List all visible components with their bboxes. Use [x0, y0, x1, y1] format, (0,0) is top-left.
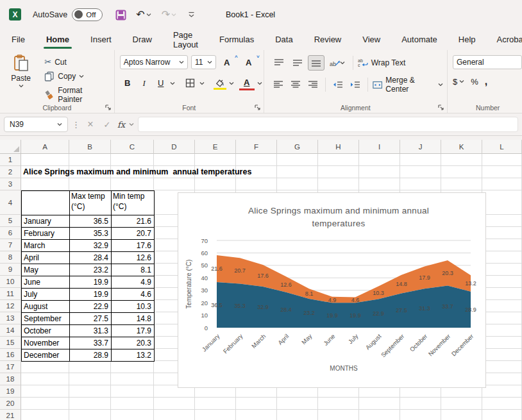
currency-format-button[interactable]: $ — [453, 77, 464, 87]
formula-input[interactable] — [138, 117, 518, 132]
min-temp-cell[interactable]: 8.1 — [112, 264, 155, 276]
row-header-7[interactable]: 7 — [0, 239, 21, 251]
max-temp-cell[interactable]: 35.3 — [70, 228, 112, 240]
save-icon[interactable] — [115, 10, 126, 20]
month-cell[interactable]: March — [22, 240, 70, 252]
alignment-dialog-launcher[interactable] — [437, 104, 444, 111]
max-temp-cell[interactable]: 23.2 — [70, 264, 112, 276]
chevron-down-icon[interactable] — [129, 122, 134, 126]
align-bottom-button[interactable] — [308, 55, 324, 71]
row-header-1[interactable]: 1 — [0, 154, 21, 166]
customize-quick-access-icon[interactable] — [188, 11, 195, 18]
column-header-E[interactable]: E — [195, 140, 236, 154]
max-temp-cell[interactable]: 19.9 — [70, 276, 112, 289]
month-cell[interactable]: April — [22, 252, 70, 264]
chevron-down-icon[interactable] — [170, 81, 175, 85]
row-header-12[interactable]: 12 — [0, 300, 21, 312]
sheet-title-cell[interactable]: Alice Springs maximum and minimum annual… — [23, 167, 251, 176]
column-header-I[interactable]: I — [359, 140, 400, 154]
cancel-button[interactable]: × — [84, 119, 97, 130]
sheet-cells[interactable]: Alice Springs maximum and minimum annual… — [21, 154, 522, 420]
comma-format-button[interactable]: , — [485, 76, 487, 87]
row-header-3[interactable]: 3 — [0, 178, 21, 190]
align-top-button[interactable] — [271, 55, 287, 71]
month-cell[interactable]: November — [22, 337, 70, 349]
column-header-L[interactable]: L — [482, 140, 522, 154]
min-temp-cell[interactable]: 20.3 — [112, 337, 155, 349]
tab-view[interactable]: View — [362, 29, 380, 50]
month-cell[interactable]: August — [22, 301, 70, 313]
tab-help[interactable]: Help — [459, 29, 476, 50]
month-cell[interactable]: June — [22, 276, 70, 289]
align-middle-button[interactable] — [289, 55, 306, 71]
row-header-17[interactable]: 17 — [0, 361, 21, 373]
redo-button[interactable]: ↷ — [162, 10, 176, 20]
max-temp-cell[interactable]: 32.9 — [70, 240, 112, 252]
month-cell[interactable]: February — [22, 228, 70, 240]
font-color-button[interactable]: A — [238, 75, 256, 91]
month-cell[interactable]: September — [22, 313, 70, 325]
max-temp-cell[interactable]: 28.9 — [70, 349, 112, 362]
column-header-J[interactable]: J — [400, 140, 441, 154]
column-header-C[interactable]: C — [111, 140, 154, 154]
decrease-indent-button[interactable] — [330, 77, 346, 92]
max-temp-cell[interactable]: 33.7 — [70, 337, 112, 349]
bold-button[interactable]: B — [120, 76, 135, 90]
row-header-15[interactable]: 15 — [0, 337, 21, 349]
min-temp-cell[interactable]: 20.7 — [112, 228, 155, 240]
font-name-select[interactable]: Aptos Narrow — [120, 55, 188, 69]
min-temp-cell[interactable]: 21.6 — [112, 215, 155, 228]
min-temp-cell[interactable]: 17.9 — [112, 325, 155, 337]
row-header-20[interactable]: 20 — [0, 398, 21, 410]
column-header-F[interactable]: F — [236, 140, 277, 154]
min-temp-cell[interactable]: 10.3 — [112, 301, 155, 313]
wrap-text-button[interactable]: abc Wrap Text — [358, 58, 406, 67]
font-dialog-launcher[interactable] — [254, 104, 261, 111]
cut-button[interactable]: ✂ Cut — [42, 56, 110, 68]
tab-review[interactable]: Review — [314, 29, 342, 50]
fill-color-button[interactable] — [212, 76, 228, 90]
tab-file[interactable]: File — [12, 29, 25, 50]
row-header-9[interactable]: 9 — [0, 264, 21, 276]
number-format-select[interactable]: General — [453, 55, 522, 69]
min-temp-cell[interactable]: 12.6 — [112, 252, 155, 264]
min-temp-cell[interactable]: 14.8 — [112, 313, 155, 325]
column-header-K[interactable]: K — [441, 140, 482, 154]
tab-formulas[interactable]: Formulas — [219, 29, 254, 50]
tab-insert[interactable]: Insert — [90, 29, 112, 50]
align-center-button[interactable] — [288, 77, 303, 92]
max-temp-cell[interactable]: 36.5 — [70, 215, 112, 228]
decrease-font-size-button[interactable]: A˅ — [241, 55, 260, 69]
min-temp-cell[interactable]: 17.6 — [112, 240, 155, 252]
paste-button[interactable]: Paste — [6, 55, 35, 101]
align-left-button[interactable] — [271, 77, 286, 92]
tab-draw[interactable]: Draw — [133, 29, 152, 50]
select-all-corner[interactable] — [0, 140, 21, 154]
row-header-21[interactable]: 21 — [0, 410, 21, 420]
month-cell[interactable]: October — [22, 325, 70, 337]
tab-page-layout[interactable]: Page Layout — [173, 29, 198, 50]
row-header-16[interactable]: 16 — [0, 349, 21, 361]
insert-function-button[interactable]: fx — [117, 120, 125, 130]
chevron-down-icon[interactable] — [229, 81, 234, 85]
column-header-D[interactable]: D — [154, 140, 195, 154]
chart[interactable]: 01020304050607036.535.332.928.423.219.91… — [178, 192, 486, 388]
month-cell[interactable]: July — [22, 289, 70, 301]
undo-button[interactable]: ↶ — [136, 10, 151, 20]
tab-home[interactable]: Home — [46, 29, 69, 50]
column-header-H[interactable]: H — [318, 140, 359, 154]
chevron-down-icon[interactable] — [199, 81, 205, 85]
orientation-button[interactable]: ab — [326, 55, 348, 71]
column-header-B[interactable]: B — [69, 140, 111, 154]
column-header-G[interactable]: G — [277, 140, 318, 154]
name-box[interactable]: N39 — [4, 117, 68, 132]
table-header-cell[interactable]: Min temp (°C) — [112, 191, 155, 215]
font-size-select[interactable]: 11 — [191, 55, 216, 69]
tab-acrobat[interactable]: Acrobat — [497, 29, 522, 50]
format-painter-button[interactable]: Format Painter — [42, 85, 110, 105]
month-cell[interactable]: December — [22, 349, 70, 362]
more-options-icon[interactable]: ⋮ — [72, 120, 80, 130]
align-right-button[interactable] — [305, 77, 321, 92]
row-header-8[interactable]: 8 — [0, 251, 21, 264]
borders-button[interactable] — [183, 76, 198, 90]
